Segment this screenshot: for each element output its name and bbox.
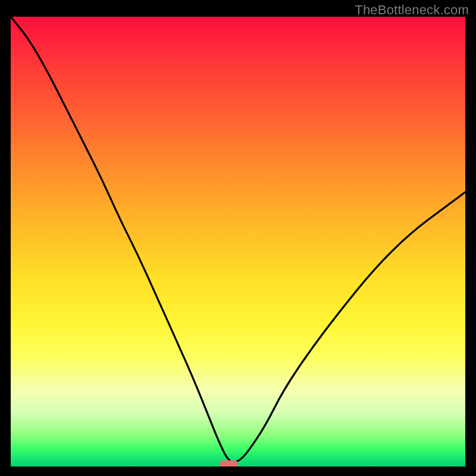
chart-svg	[11, 17, 465, 466]
app-frame: TheBottleneck.com	[0, 0, 476, 476]
optimum-marker	[220, 460, 238, 466]
watermark-text: TheBottleneck.com	[355, 2, 469, 18]
plot-area	[11, 17, 465, 466]
bottleneck-curve	[11, 17, 465, 462]
